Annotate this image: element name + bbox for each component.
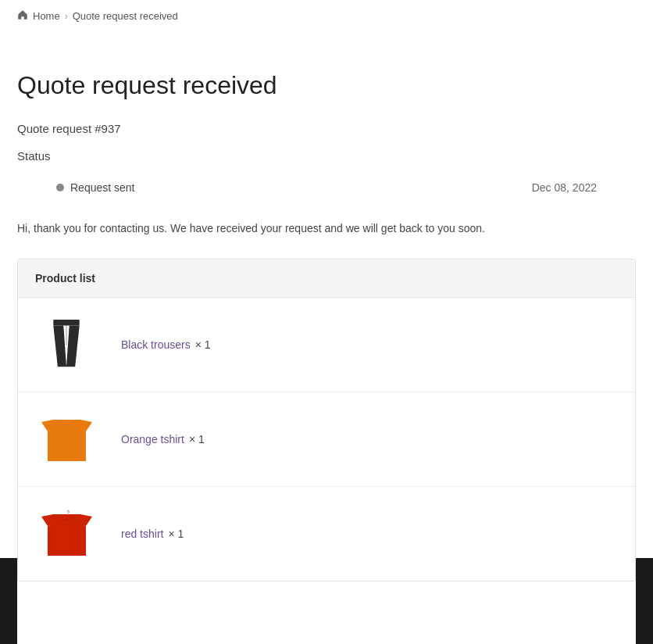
status-left: Request sent: [56, 181, 135, 194]
product-list-header: Product list: [18, 259, 635, 298]
product-image-trousers: [35, 313, 98, 376]
list-item: red tshirt × 1: [18, 487, 635, 581]
product-info-orange-tshirt: Orange tshirt × 1: [121, 433, 205, 445]
thank-you-message: Hi, thank you for contacting us. We have…: [17, 220, 636, 237]
status-text: Request sent: [70, 181, 135, 194]
product-name-link-red-tshirt[interactable]: red tshirt: [121, 528, 163, 540]
main-content: Quote request received Quote request #93…: [0, 32, 653, 613]
product-image-red-tshirt: [35, 503, 98, 565]
status-date: Dec 08, 2022: [532, 181, 597, 194]
breadcrumb-home-link[interactable]: Home: [33, 10, 60, 22]
quote-number: Quote request #937: [17, 122, 636, 135]
list-item: Orange tshirt × 1: [18, 392, 635, 487]
product-name-link-trousers[interactable]: Black trousers: [121, 338, 191, 351]
status-dot: [56, 184, 64, 191]
status-row: Request sent Dec 08, 2022: [17, 174, 636, 202]
left-sidebar-bar: [0, 558, 17, 644]
product-quantity-trousers: × 1: [195, 338, 211, 351]
product-quantity-red-tshirt: × 1: [168, 528, 184, 540]
home-icon: [17, 9, 28, 23]
breadcrumb-separator: ›: [65, 11, 68, 22]
list-item: Black trousers × 1: [18, 298, 635, 392]
right-sidebar-bar: [636, 558, 653, 644]
product-quantity-orange-tshirt: × 1: [189, 433, 205, 445]
page-title: Quote request received: [17, 71, 636, 100]
product-image-orange-tshirt: [35, 408, 98, 470]
breadcrumb: Home › Quote request received: [0, 0, 653, 32]
product-info-red-tshirt: red tshirt × 1: [121, 528, 184, 540]
product-name-link-orange-tshirt[interactable]: Orange tshirt: [121, 433, 184, 445]
svg-rect-0: [53, 320, 79, 325]
product-list-section: Product list Black trousers × 1: [17, 259, 636, 581]
product-info-trousers: Black trousers × 1: [121, 338, 211, 351]
breadcrumb-current: Quote request received: [73, 10, 178, 22]
status-section-label: Status: [17, 149, 636, 163]
